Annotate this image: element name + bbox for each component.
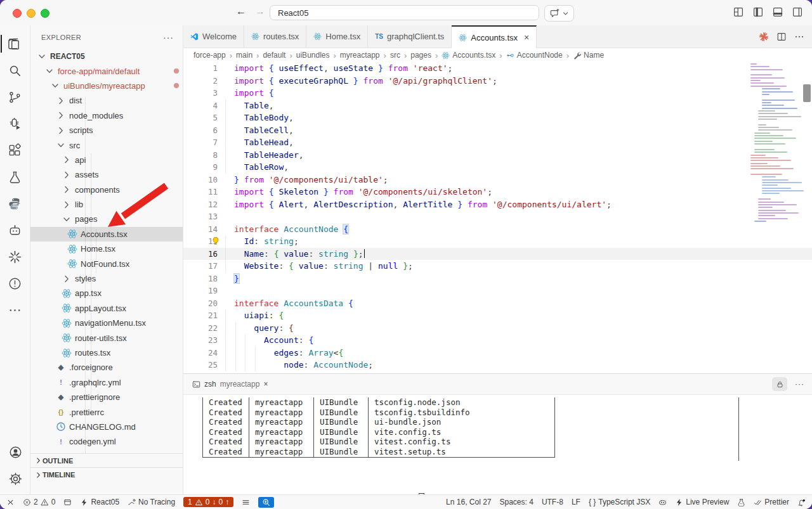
code-line-23[interactable]: 23 Account: {	[183, 334, 812, 347]
code-line-22[interactable]: 22 query: {	[183, 322, 812, 335]
tree-item-lib[interactable]: lib	[30, 197, 183, 212]
language-mode[interactable]: { }TypeScript JSX	[589, 498, 650, 506]
history-forward-button[interactable]: →	[255, 6, 265, 17]
tree-item-dist[interactable]: dist	[30, 93, 183, 108]
code-line-19[interactable]: 19	[183, 285, 812, 297]
activity-explorer[interactable]	[1, 30, 30, 57]
notifications[interactable]	[797, 498, 806, 506]
explorer-more-actions[interactable]: ···	[163, 32, 174, 42]
activity-search[interactable]	[1, 57, 30, 84]
chat-control[interactable]	[544, 5, 574, 22]
more-actions-icon[interactable]	[794, 32, 804, 42]
zoom-indicator[interactable]	[258, 497, 274, 508]
timeline-section[interactable]: TIMELINE	[30, 467, 183, 494]
code-line-14[interactable]: 14interface AccountNode {	[183, 223, 812, 236]
breadcrumb-item-uibundles[interactable]: uiBundles	[296, 51, 330, 60]
code-line-25[interactable]: 25 node: AccountNode;	[183, 359, 812, 371]
lightbulb-icon[interactable]	[211, 236, 220, 246]
editor-scrollbar[interactable]	[803, 84, 811, 102]
tree-item-home-tsx[interactable]: Home.tsx	[30, 242, 183, 256]
code-line-8[interactable]: 8 TableHeader,	[183, 149, 812, 162]
activity-more[interactable]	[1, 297, 30, 323]
tree-item-react05[interactable]: REACT05	[30, 49, 183, 63]
tab-accounts-tsx[interactable]: Accounts.tsx×	[452, 25, 537, 48]
code-line-9[interactable]: 9 TableRow,	[183, 161, 812, 174]
code-line-17[interactable]: 17 Website: { value: string | null };	[183, 260, 812, 273]
titlebar-layout-panel-icon[interactable]	[772, 6, 783, 18]
activity-extensions[interactable]	[1, 137, 30, 164]
tree-item--graphqlrc-yml[interactable]: !.graphqlrc.yml	[30, 375, 183, 390]
titlebar-layout-left-icon[interactable]	[752, 6, 764, 18]
activity-settings[interactable]	[1, 465, 30, 492]
code-line-7[interactable]: 7 TableHead,	[183, 136, 812, 149]
activity-accounts[interactable]	[1, 439, 30, 465]
tree-item-src[interactable]: src	[30, 138, 183, 152]
tree-item-components[interactable]: components	[30, 183, 183, 197]
cursor-position[interactable]: Ln 16, Col 27	[446, 498, 491, 506]
analyzer-counts[interactable]: 10↓0↑	[183, 497, 233, 507]
tab-welcome[interactable]: Welcome	[183, 25, 244, 48]
close-icon[interactable]: ×	[524, 32, 529, 42]
breadcrumb-item-myreactapp[interactable]: myreactapp	[340, 51, 380, 60]
breadcrumb-item-src[interactable]: src	[390, 51, 400, 60]
code-line-5[interactable]: 5 TableBody,	[183, 112, 812, 124]
minimize-window-button[interactable]	[27, 9, 36, 18]
tree-item-assets[interactable]: assets	[30, 167, 183, 182]
code-line-4[interactable]: 4 Table,	[183, 100, 812, 112]
tree-item-routes-tsx[interactable]: routes.tsx	[30, 345, 183, 360]
close-window-button[interactable]	[13, 9, 22, 18]
live-preview[interactable]: Live Preview	[675, 498, 729, 506]
breadcrumb-item-pages[interactable]: pages	[410, 51, 431, 60]
code-line-21[interactable]: 21 uiapi: {	[183, 309, 812, 322]
tree-item--prettierrc[interactable]: {}.prettierrc	[30, 404, 183, 419]
terminal-tab-zsh[interactable]: zsh myreactapp ×	[192, 380, 268, 389]
jest[interactable]	[737, 498, 745, 506]
tree-item--forceignore[interactable]: ◆.forceignore	[30, 360, 183, 375]
terminal-lock-button[interactable]	[772, 377, 787, 391]
code-line-12[interactable]: 12import { Alert, AlertDescription, Aler…	[183, 198, 812, 211]
code-line-1[interactable]: 1import { useEffect, useState } from 're…	[183, 62, 812, 75]
tree-item-scripts[interactable]: scripts	[30, 123, 183, 138]
activity-run-debug[interactable]	[1, 110, 30, 137]
tab-graphqlclient-ts[interactable]: TSgraphqlClient.ts	[368, 25, 452, 48]
titlebar-layout-right-icon[interactable]	[792, 6, 803, 18]
tracing[interactable]: No Tracing	[128, 498, 175, 506]
activity-testing[interactable]	[1, 164, 30, 190]
outline-section[interactable]: OUTLINE	[30, 453, 183, 467]
activity-chat-ai[interactable]	[1, 217, 30, 243]
code-line-3[interactable]: 3import {	[183, 87, 812, 100]
tree-item-api[interactable]: api	[30, 153, 183, 167]
code-line-20[interactable]: 20interface AccountsData {	[183, 297, 812, 310]
tree-item-styles[interactable]: styles	[30, 271, 183, 286]
tab-home-tsx[interactable]: Home.tsx	[306, 25, 368, 48]
eol[interactable]: LF	[572, 498, 580, 506]
code-line-6[interactable]: 6 TableCell,	[183, 124, 812, 137]
breadcrumb-item-name[interactable]: Name	[573, 51, 604, 60]
tree-item-router-utils-tsx[interactable]: router-utils.tsx	[30, 330, 183, 345]
activity-problems[interactable]	[1, 270, 30, 297]
tree-item-app-tsx[interactable]: app.tsx	[30, 286, 183, 300]
tree-item-uibundles-myreactapp[interactable]: uiBundles/myreactapp	[30, 79, 183, 93]
breadcrumb-item-main[interactable]: main	[236, 51, 252, 60]
history-back-button[interactable]: ←	[236, 6, 246, 17]
code-editor[interactable]: 1import { useEffect, useState } from 're…	[183, 62, 812, 373]
editor-layout[interactable]	[63, 498, 72, 506]
encoding[interactable]: UTF-8	[542, 498, 563, 506]
terminal-more-actions[interactable]: ···	[795, 380, 804, 389]
tree-item-notfound-tsx[interactable]: NotFound.tsx	[30, 256, 183, 271]
tree-item-codegen-yml[interactable]: !codegen.yml	[30, 434, 183, 449]
tree-item--prettierignore[interactable]: ◆.prettierignore	[30, 390, 183, 404]
tree-item-accounts-tsx[interactable]: Accounts.tsx	[30, 227, 183, 242]
tree-item-changelog-md[interactable]: CHANGELOG.md	[30, 420, 183, 434]
split-editor-icon[interactable]	[776, 32, 787, 42]
activity-code-analyzer[interactable]	[1, 243, 30, 270]
code-line-2[interactable]: 2import { executeGraphQL } from '@/api/g…	[183, 75, 812, 87]
titlebar-layout-grid-icon[interactable]	[733, 6, 744, 18]
tree-item-force-app-main-default[interactable]: force-app/main/default	[30, 63, 183, 78]
tab-routes-tsx[interactable]: routes.tsx	[244, 25, 306, 48]
code-line-10[interactable]: 10} from '@/components/ui/table';	[183, 174, 812, 186]
zoom-window-button[interactable]	[41, 9, 49, 18]
code-analyzer-run-icon[interactable]	[759, 32, 769, 42]
command-center-search[interactable]: React05	[270, 5, 539, 20]
activity-python[interactable]	[1, 190, 30, 217]
